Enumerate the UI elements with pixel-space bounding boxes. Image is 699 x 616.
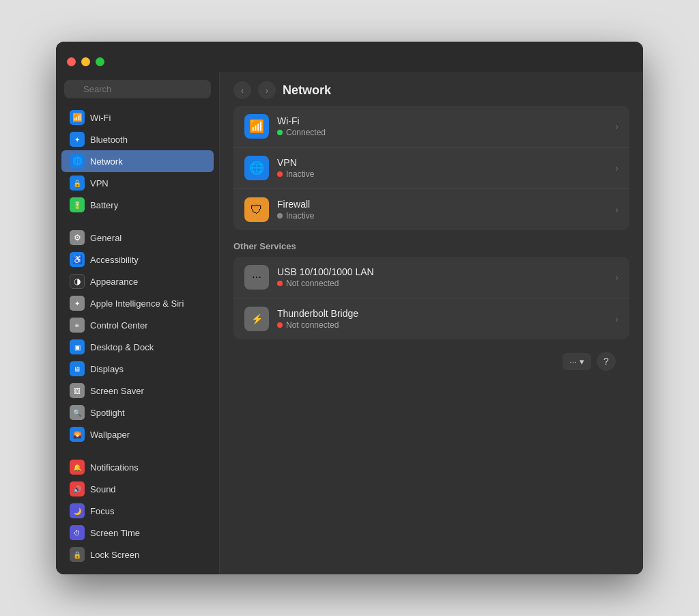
sidebar-item-lock-screen-label: Lock Screen: [90, 550, 139, 560]
bottom-toolbar: ··· ▾ ?: [233, 345, 629, 378]
thunderbolt-service-icon: ⚡: [244, 307, 269, 331]
wallpaper-icon: 🌄: [70, 427, 85, 442]
sidebar-item-wifi[interactable]: 📶 Wi-Fi: [61, 107, 214, 128]
usb-chevron-icon: ›: [615, 272, 618, 283]
sidebar-item-bluetooth-label: Bluetooth: [90, 135, 128, 145]
wifi-service-icon: 📶: [244, 114, 269, 139]
main-content: ‹ › Network 📶 Wi-Fi Connected: [220, 72, 643, 574]
usb-lan-item[interactable]: ⋯ USB 10/100/1000 LAN Not connected ›: [233, 257, 629, 298]
sidebar: 🔍 📶 Wi-Fi ✦ Bluetooth 🌐 Network: [56, 72, 220, 574]
search-container: 🔍: [56, 80, 219, 107]
wifi-icon: 📶: [70, 110, 85, 125]
screen-saver-icon: 🖼: [70, 383, 85, 398]
apple-intelligence-icon: ✦: [70, 296, 85, 311]
thunderbolt-chevron-icon: ›: [615, 313, 618, 324]
bluetooth-icon: ✦: [70, 132, 85, 147]
usb-status-text: Not connected: [286, 279, 339, 288]
network-services-card: 📶 Wi-Fi Connected › 🌐: [233, 106, 629, 230]
more-chevron-icon: ▾: [580, 356, 584, 367]
appearance-icon: ◑: [70, 274, 85, 289]
sidebar-item-network[interactable]: 🌐 Network: [61, 150, 214, 172]
back-button[interactable]: ‹: [233, 81, 251, 99]
firewall-status: Inactive: [277, 211, 615, 221]
sidebar-item-spotlight[interactable]: 🔍 Spotlight: [61, 402, 214, 423]
wifi-chevron-icon: ›: [615, 121, 618, 132]
traffic-lights: [67, 57, 104, 66]
sidebar-item-screen-time-label: Screen Time: [90, 528, 140, 538]
thunderbolt-item[interactable]: ⚡ Thunderbolt Bridge Not connected ›: [233, 298, 629, 339]
sidebar-item-sound-label: Sound: [90, 484, 116, 494]
close-button[interactable]: [67, 57, 76, 66]
sidebar-item-focus[interactable]: 🌙 Focus: [61, 500, 214, 522]
control-center-icon: ≡: [70, 318, 85, 333]
sidebar-item-control-center[interactable]: ≡ Control Center: [61, 314, 214, 336]
sidebar-item-wallpaper[interactable]: 🌄 Wallpaper: [61, 423, 214, 445]
desktop-dock-icon: ▣: [70, 339, 85, 354]
wifi-name: Wi-Fi: [277, 115, 615, 126]
forward-button[interactable]: ›: [258, 81, 276, 99]
wifi-item[interactable]: 📶 Wi-Fi Connected ›: [233, 106, 629, 148]
sidebar-item-appearance[interactable]: ◑ Appearance: [61, 270, 214, 292]
sidebar-item-screen-time[interactable]: ⏱ Screen Time: [61, 522, 214, 544]
sidebar-item-wallpaper-label: Wallpaper: [90, 430, 130, 440]
firewall-status-text: Inactive: [286, 211, 314, 221]
sidebar-item-accessibility[interactable]: ♿ Accessibility: [61, 249, 214, 270]
usb-service-icon: ⋯: [244, 265, 269, 290]
other-services-label: Other Services: [233, 241, 629, 251]
sidebar-item-network-label: Network: [90, 156, 123, 167]
vpn-service-icon: 🌐: [244, 156, 269, 180]
content-area: 🔍 📶 Wi-Fi ✦ Bluetooth 🌐 Network: [56, 72, 643, 574]
more-dots: ···: [569, 356, 577, 367]
general-icon: ⚙: [70, 230, 85, 245]
sidebar-item-apple-intelligence[interactable]: ✦ Apple Intelligence & Siri: [61, 292, 214, 314]
wifi-status-dot: [277, 130, 283, 135]
sidebar-item-control-center-label: Control Center: [90, 320, 148, 331]
sidebar-item-displays-label: Displays: [90, 364, 124, 374]
firewall-chevron-icon: ›: [615, 204, 618, 215]
thunderbolt-name: Thunderbolt Bridge: [277, 308, 615, 319]
thunderbolt-status-dot: [277, 322, 283, 328]
sidebar-item-accessibility-label: Accessibility: [90, 255, 139, 265]
screen-time-icon: ⏱: [70, 525, 85, 540]
sidebar-item-battery[interactable]: 🔋 Battery: [61, 194, 214, 216]
sidebar-item-displays[interactable]: 🖥 Displays: [61, 358, 214, 380]
sidebar-item-general-label: General: [90, 233, 122, 243]
sidebar-item-notifications-label: Notifications: [90, 462, 139, 473]
vpn-name: VPN: [277, 157, 615, 168]
other-services-card: ⋯ USB 10/100/1000 LAN Not connected › ⚡: [233, 257, 629, 339]
sidebar-item-vpn[interactable]: 🔒 VPN: [61, 172, 214, 194]
focus-icon: 🌙: [70, 503, 85, 518]
sidebar-section-notifications: 🔔 Notifications 🔊 Sound 🌙 Focus ⏱ Screen…: [56, 456, 219, 565]
sidebar-item-wifi-label: Wi-Fi: [90, 113, 111, 123]
sidebar-item-sound[interactable]: 🔊 Sound: [61, 478, 214, 500]
minimize-button[interactable]: [81, 57, 90, 66]
sidebar-item-apple-intelligence-label: Apple Intelligence & Siri: [90, 298, 184, 309]
wifi-status-text: Connected: [286, 128, 326, 137]
help-button[interactable]: ?: [597, 352, 616, 371]
usb-name: USB 10/100/1000 LAN: [277, 266, 615, 277]
usb-status: Not connected: [277, 279, 615, 288]
more-button[interactable]: ··· ▾: [562, 353, 591, 370]
vpn-status: Inactive: [277, 169, 615, 179]
sidebar-item-screen-saver[interactable]: 🖼 Screen Saver: [61, 380, 214, 402]
search-input[interactable]: [64, 80, 211, 98]
battery-icon: 🔋: [70, 197, 85, 212]
sidebar-item-lock-screen[interactable]: 🔒 Lock Screen: [61, 544, 214, 565]
vpn-status-dot: [277, 171, 283, 177]
sidebar-item-desktop-dock-label: Desktop & Dock: [90, 342, 154, 352]
thunderbolt-info: Thunderbolt Bridge Not connected: [277, 308, 615, 330]
sidebar-item-desktop-dock[interactable]: ▣ Desktop & Dock: [61, 336, 214, 358]
sidebar-item-bluetooth[interactable]: ✦ Bluetooth: [61, 128, 214, 150]
firewall-service-icon: 🛡: [244, 197, 269, 222]
sidebar-item-spotlight-label: Spotlight: [90, 408, 125, 418]
sidebar-item-screen-saver-label: Screen Saver: [90, 386, 144, 396]
vpn-item[interactable]: 🌐 VPN Inactive ›: [233, 148, 629, 189]
firewall-name: Firewall: [277, 199, 615, 210]
vpn-status-text: Inactive: [286, 169, 314, 179]
sidebar-item-general[interactable]: ⚙ General: [61, 227, 214, 249]
maximize-button[interactable]: [96, 57, 104, 66]
sidebar-item-notifications[interactable]: 🔔 Notifications: [61, 456, 214, 478]
spotlight-icon: 🔍: [70, 405, 85, 420]
wifi-info: Wi-Fi Connected: [277, 115, 615, 137]
firewall-item[interactable]: 🛡 Firewall Inactive ›: [233, 189, 629, 230]
